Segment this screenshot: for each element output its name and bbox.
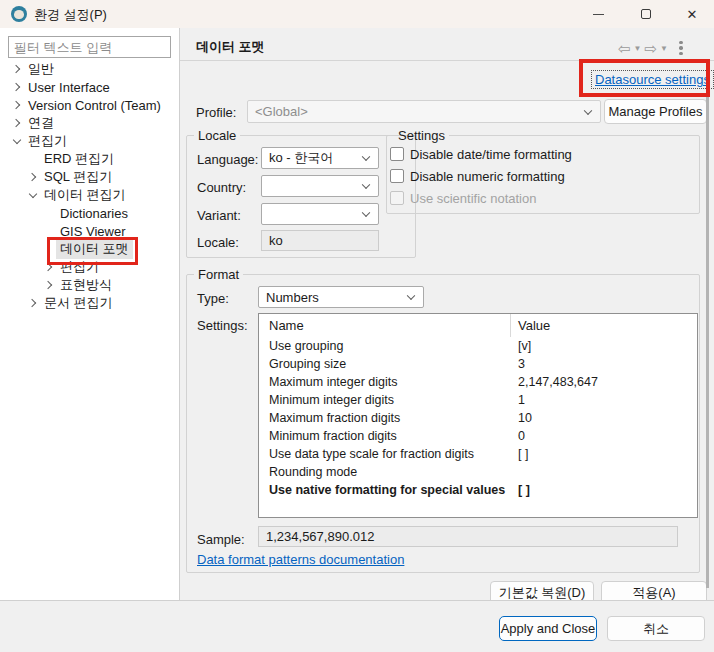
tree-item-label: SQL 편집기 [40,167,116,187]
tree-item[interactable]: 문서 편집기 [0,294,179,312]
tree-item[interactable]: 데이터 포맷 [0,240,179,258]
table-cell-name: Use native formatting for special values [259,483,511,497]
table-cell-name: Minimum integer digits [259,393,511,407]
table-cell-value: 3 [511,357,697,371]
view-menu-icon[interactable] [679,41,683,56]
chevron-right-icon[interactable] [41,258,56,276]
chevron-down-icon[interactable] [9,132,24,150]
tree-item[interactable]: 일반 [0,60,179,78]
profile-label: Profile: [196,105,236,120]
table-cell-value: [v] [511,339,697,353]
format-type-value: Numbers [266,290,319,305]
checkbox-label: Disable numeric formatting [410,169,565,184]
chevron-spacer [41,222,56,240]
profile-select[interactable]: <Global> [247,100,601,123]
table-row[interactable]: Use grouping[v] [259,337,697,355]
table-row[interactable]: Grouping size3 [259,355,697,373]
table-cell-name: Grouping size [259,357,511,371]
apply-and-close-button[interactable]: Apply and Close [499,616,597,641]
back-dropdown-icon[interactable]: ▼ [634,44,642,53]
format-group-legend: Format [194,267,243,282]
checkbox-label: Disable date/time formatting [410,147,572,162]
forward-arrow-icon[interactable]: ⇨ [645,41,658,56]
doc-patterns-link[interactable]: Data format patterns documentation [197,552,404,567]
chevron-right-icon[interactable] [41,276,56,294]
tree-item[interactable]: 연결 [0,114,179,132]
sample-value: 1,234,567,890.012 [266,529,374,544]
settings-checkbox-row[interactable]: Disable date/time formatting [390,143,699,165]
tree-item[interactable]: 편집기 [0,132,179,150]
table-row[interactable]: Maximum integer digits2,147,483,647 [259,373,697,391]
chevron-right-icon[interactable] [9,114,24,132]
chevron-down-icon[interactable] [25,186,40,204]
settings-group-legend: Settings [394,128,449,143]
tree-item-label: 표현방식 [56,275,116,295]
type-label: Type: [197,291,229,306]
chevron-right-icon[interactable] [9,96,24,114]
close-button[interactable]: ✕ [672,0,712,28]
tree-item[interactable]: ERD 편집기 [0,150,179,168]
table-cell-value: 1 [511,393,697,407]
column-header-value[interactable]: Value [511,318,697,333]
column-header-name[interactable]: Name [259,314,511,337]
checkbox-icon[interactable] [390,169,404,183]
tree-item[interactable]: User Interface [0,78,179,96]
tree-item-label: 데이터 포맷 [56,239,133,259]
datasource-settings-link[interactable]: Datasource settings [591,70,714,89]
tree-item[interactable]: 표현방식 [0,276,179,294]
cancel-button[interactable]: 취소 [607,616,705,641]
vertical-scrollbar[interactable] [706,88,709,588]
tree-item-label: Dictionaries [56,205,132,222]
table-cell-value: 0 [511,429,697,443]
checkbox-icon[interactable] [390,147,404,161]
table-row[interactable]: Maximum fraction digits10 [259,409,697,427]
table-cell-value: 2,147,483,647 [511,375,697,389]
table-row[interactable]: Use native formatting for special values… [259,481,697,499]
tree-item[interactable]: Dictionaries [0,204,179,222]
manage-profiles-button[interactable]: Manage Profiles [604,99,707,124]
locale-label: Locale: [197,235,239,250]
table-row[interactable]: Minimum integer digits1 [259,391,697,409]
window-title: 환경 설정(P) [34,6,107,24]
table-cell-name: Maximum fraction digits [259,411,511,425]
tree-item-label: 연결 [24,113,58,133]
format-settings-label: Settings: [197,318,248,333]
back-arrow-icon[interactable]: ⇦ [618,41,631,56]
header-separator [180,60,714,61]
table-row[interactable]: Minimum fraction digits0 [259,427,697,445]
chevron-right-icon[interactable] [9,60,24,78]
tree-item[interactable]: SQL 편집기 [0,168,179,186]
chevron-spacer [41,204,56,222]
forward-dropdown-icon[interactable]: ▼ [660,44,668,53]
tree-item-label: GIS Viewer [56,223,130,240]
chevron-spacer [25,150,40,168]
settings-checkbox-row[interactable]: Disable numeric formatting [390,165,699,187]
table-header: Name Value [259,314,697,337]
maximize-button[interactable] [626,0,666,28]
tree-item[interactable]: 데이터 편집기 [0,186,179,204]
language-select[interactable]: ko - 한국어 [261,147,379,169]
filter-input[interactable] [8,36,171,58]
table-row[interactable]: Use data type scale for fraction digits[… [259,445,697,463]
page-title: 데이터 포맷 [196,38,265,56]
locale-value-field: ko [261,230,379,251]
variant-label: Variant: [197,208,241,223]
chevron-right-icon[interactable] [25,294,40,312]
variant-select[interactable] [261,203,379,225]
tree-item[interactable]: Version Control (Team) [0,96,179,114]
table-row[interactable]: Rounding mode [259,463,697,481]
settings-checkbox-row: Use scientific notation [390,187,699,209]
country-select[interactable] [261,175,379,197]
tree-item[interactable]: GIS Viewer [0,222,179,240]
minimize-button[interactable] [578,0,618,28]
minimize-icon [593,14,604,15]
header-nav: ⇦ ▼ ⇨ ▼ [618,39,710,57]
format-type-select[interactable]: Numbers [258,286,424,308]
tree-item-label: 데이터 편집기 [40,185,130,205]
chevron-right-icon[interactable] [25,168,40,186]
sidebar: 일반User InterfaceVersion Control (Team)연결… [0,28,180,601]
chevron-right-icon[interactable] [9,78,24,96]
table-cell-name: Minimum fraction digits [259,429,511,443]
tree-item[interactable]: 편집기 [0,258,179,276]
table-cell-name: Use data type scale for fraction digits [259,447,511,461]
